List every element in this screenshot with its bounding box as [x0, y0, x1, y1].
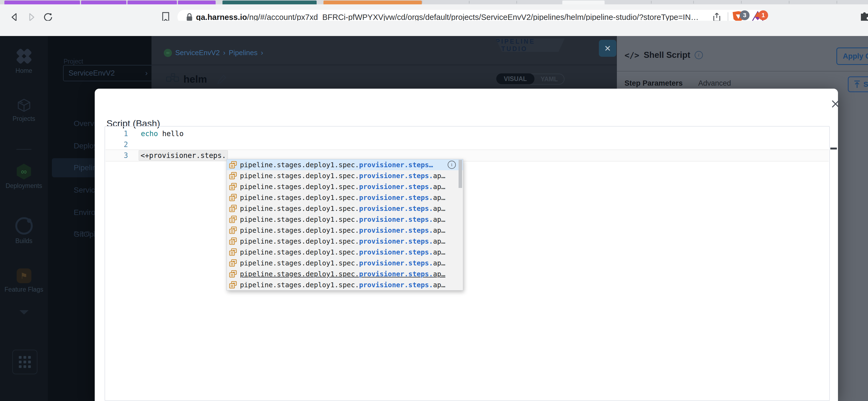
tab-step-parameters[interactable]: Step Parameters [624, 79, 683, 88]
lock-icon [186, 13, 193, 21]
suggest-field-icon [229, 281, 237, 289]
suggest-field-icon [229, 237, 237, 245]
autocomplete-item-text: pipeline.stages.deploy1.spec.provisioner… [240, 215, 445, 224]
tab-separator [789, 1, 789, 4]
browser-tab-strip [0, 0, 868, 4]
autocomplete-item[interactable]: pipeline.stages.deploy1.spec.provisioner… [227, 181, 463, 192]
drawer-header: </> Shell Script i [624, 50, 703, 60]
info-icon[interactable]: i [695, 51, 703, 59]
suggest-field-icon [229, 172, 237, 180]
tab-separator [741, 1, 742, 4]
apps-grid-button[interactable] [12, 350, 37, 374]
breadcrumb-separator: › [261, 48, 264, 57]
sidebar-item-projects[interactable]: Projects [0, 98, 48, 123]
visual-yaml-toggle: VISUAL YAML [496, 74, 564, 85]
autocomplete-item[interactable]: pipeline.stages.deploy1.spec.provisioner… [227, 258, 463, 268]
apply-changes-button[interactable]: Apply Ch [836, 47, 868, 65]
breadcrumb-project[interactable]: ServiceEnvV2 [175, 48, 220, 57]
screen: qa.harness.io/ng/#/account/px7xd_BFRCi-p… [0, 0, 868, 401]
autocomplete-item[interactable]: pipeline.stages.deploy1.spec.provisioner… [227, 268, 463, 279]
browser-tab[interactable] [323, 1, 422, 4]
pipeline-studio-badge: PIPELINE STUDIO [496, 38, 565, 52]
toggle-yaml[interactable]: YAML [534, 75, 564, 83]
grid-icon [19, 356, 31, 368]
studio-close-button[interactable]: ✕ [599, 40, 616, 57]
autocomplete-item-text: pipeline.stages.deploy1.spec.provisioner… [240, 205, 445, 212]
brave-shield-badge: 3 [740, 10, 749, 20]
feature-flags-icon: ⚑ [17, 268, 31, 283]
share-icon[interactable] [713, 12, 721, 22]
autocomplete-item-text: pipeline.stages.deploy1.spec.provisioner… [240, 270, 445, 278]
browser-tab[interactable] [222, 1, 317, 4]
chevron-down-icon[interactable] [19, 309, 29, 315]
autocomplete-item[interactable]: pipeline.stages.deploy1.spec.provisioner… [227, 214, 463, 225]
script-code-editor[interactable]: 1 echo hello 2 3 <+provisioner.steps. [104, 126, 830, 401]
sidebar-item-builds[interactable]: Builds [0, 217, 48, 245]
autocomplete-item[interactable]: pipeline.stages.deploy1.spec.provisioner… [227, 159, 463, 170]
project-selector[interactable]: ServiceEnvV2 › [63, 65, 153, 81]
project-selector-value: ServiceEnvV2 [68, 69, 115, 77]
sidebar-item-feature-flags[interactable]: ⚑ Feature Flags [0, 268, 48, 293]
autocomplete-item-text: pipeline.stages.deploy1.spec.provisioner… [240, 237, 445, 245]
suggest-field-icon [229, 259, 237, 267]
canvas-header-divider [152, 65, 617, 65]
autocomplete-item-text: pipeline.stages.deploy1.spec.provisioner… [240, 183, 445, 191]
save-as-template-label: S [863, 80, 868, 89]
dropdown-scrollbar[interactable] [459, 160, 462, 188]
browser-tab[interactable] [81, 1, 126, 4]
tab-advanced[interactable]: Advanced [698, 79, 731, 88]
breadcrumb-pipelines[interactable]: Pipelines [229, 48, 258, 57]
autocomplete-rows: pipeline.stages.deploy1.spec.provisioner… [227, 159, 463, 290]
tab-separator [469, 1, 469, 4]
autocomplete-item[interactable]: pipeline.stages.deploy1.spec.provisioner… [227, 192, 463, 203]
sidebar-item-label: Deployments [0, 182, 48, 190]
tab-separator [422, 1, 422, 4]
deployments-icon: ∞ [16, 164, 32, 179]
autocomplete-item[interactable]: pipeline.stages.deploy1.spec.provisioner… [227, 170, 463, 181]
script-modal: Script (Bash) 1 echo hello 2 3 <+provisi… [95, 89, 838, 401]
autocomplete-item-text: pipeline.stages.deploy1.spec.provisioner… [240, 281, 445, 289]
autocomplete-item[interactable]: pipeline.stages.deploy1.spec.provisioner… [227, 236, 463, 246]
builds-icon [15, 217, 33, 235]
autocomplete-item[interactable]: pipeline.stages.deploy1.spec.provisioner… [227, 279, 463, 290]
breadcrumb[interactable]: ∞ ServiceEnvV2 › Pipelines › [164, 48, 263, 57]
suggest-info-icon[interactable]: i [448, 161, 456, 169]
browser-tab[interactable] [178, 1, 216, 4]
tab-separator [837, 1, 837, 4]
autocomplete-item-text: pipeline.stages.deploy1.spec.provisioner… [240, 226, 445, 234]
sidebar-item-deployments[interactable]: ∞ Deployments [0, 164, 48, 190]
code-text: hello [158, 130, 184, 138]
suggest-field-icon [229, 161, 237, 169]
editor-line-1: 1 echo hello [105, 128, 829, 139]
line-number: 1 [105, 128, 128, 139]
modal-close-button[interactable] [829, 97, 842, 110]
expression-chip: <+provisioner.steps. [139, 150, 228, 161]
sidebar-item-home[interactable]: Home [0, 48, 48, 74]
toggle-visual[interactable]: VISUAL [496, 73, 534, 84]
save-as-template-button[interactable]: S [848, 76, 868, 92]
upload-icon [854, 80, 861, 89]
tab-separator [693, 1, 694, 4]
suggest-field-icon [229, 270, 237, 278]
autocomplete-item[interactable]: pipeline.stages.deploy1.spec.provisioner… [227, 225, 463, 236]
edit-pencil-icon[interactable] [217, 74, 227, 85]
browser-tab[interactable] [127, 1, 177, 4]
overview-ruler-marker [830, 147, 837, 149]
line-number: 2 [105, 139, 128, 150]
rail-divider [17, 149, 31, 150]
harness-sidebar-rail: Home Projects ∞ Deployments Builds ⚑ Fea… [0, 36, 48, 401]
project-avatar-icon: ∞ [164, 49, 172, 57]
code-keyword: echo [141, 130, 158, 138]
editor-line-2: 2 [105, 139, 829, 150]
chevron-right-icon: › [145, 69, 148, 77]
pipeline-name: helm [183, 74, 207, 85]
autocomplete-item-text: pipeline.stages.deploy1.spec.provisioner… [240, 194, 445, 202]
bookmarks-bar: HarnessQ4Q1 [0, 21, 868, 36]
autocomplete-item[interactable]: pipeline.stages.deploy1.spec.provisioner… [227, 246, 463, 258]
suggest-field-icon [229, 182, 237, 191]
browser-tab[interactable] [562, 1, 604, 4]
suggest-field-icon [229, 248, 237, 256]
autocomplete-item[interactable]: pipeline.stages.deploy1.spec.provisioner… [227, 203, 463, 214]
shell-script-icon: </> [624, 51, 639, 60]
browser-tab[interactable] [4, 1, 80, 4]
